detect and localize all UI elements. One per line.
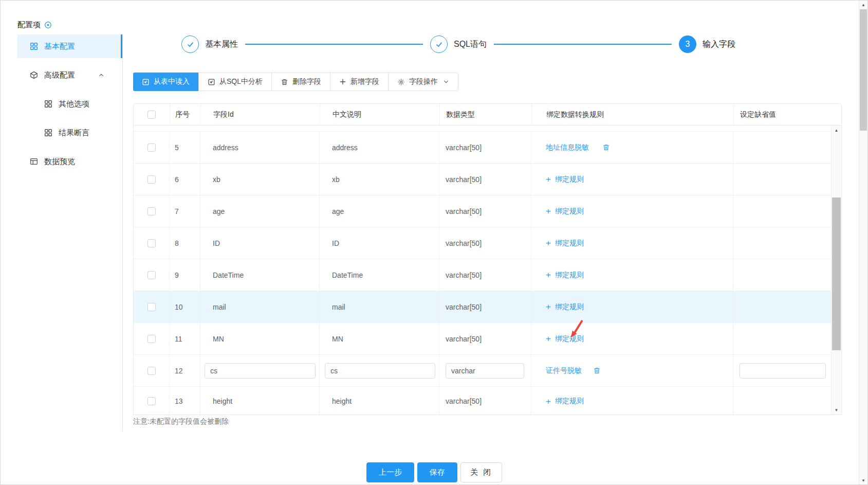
cell-rule: +绑定规则 [531, 291, 733, 322]
add-rule-label: 绑定规则 [555, 207, 584, 216]
add-rule-link[interactable]: +绑定规则 [546, 239, 584, 248]
toolbar-button-0[interactable]: 从表中读入 [133, 73, 199, 91]
default-value-input[interactable] [740, 363, 826, 379]
cell-text: varchar[50] [446, 303, 482, 311]
sidebar-item-2[interactable]: 其他选项 [17, 92, 123, 116]
delete-rule-icon[interactable] [593, 367, 601, 374]
field-id-input[interactable] [205, 363, 316, 379]
add-rule-label: 绑定规则 [555, 397, 584, 406]
stepper-step-1[interactable]: SQL语句 [430, 35, 487, 53]
column-header-label: 绑定数据转换规则 [546, 110, 604, 119]
cell-type: varchar[50] [439, 259, 531, 291]
table-row: 11MNMNvarchar[50]+绑定规则 [134, 323, 831, 355]
plus-icon: + [546, 334, 551, 343]
add-rule-label: 绑定规则 [555, 271, 584, 280]
cell-text: varchar[50] [446, 271, 482, 279]
cell-text: varchar[50] [446, 239, 482, 247]
plus-icon: + [546, 175, 551, 184]
table-scrollbar[interactable]: ▲ ▼ [831, 125, 841, 415]
table-body: 5addressaddressvarchar[50]地址信息脱敏6xbxbvar… [133, 125, 842, 415]
cell-text: xb [332, 175, 340, 184]
row-select-checkbox[interactable] [147, 143, 156, 152]
column-header-label: 中文说明 [333, 110, 361, 119]
sidebar-item-label: 其他选项 [59, 99, 89, 109]
row-select-checkbox[interactable] [147, 335, 156, 343]
close-button[interactable]: 关 闭 [460, 462, 502, 482]
bound-rule-link[interactable]: 地址信息脱敏 [546, 143, 589, 152]
add-rule-link[interactable]: +绑定规则 [546, 302, 584, 312]
cell-text: varchar[50] [446, 397, 482, 405]
sidebar-item-4[interactable]: 数据预览 [17, 150, 123, 173]
previous-step-button[interactable]: 上一步 [366, 462, 414, 482]
cell-default [733, 387, 831, 415]
delete-rule-icon[interactable] [602, 143, 610, 151]
add-rule-label: 绑定规则 [555, 239, 584, 248]
type-input[interactable] [446, 363, 524, 379]
cell-rule: +绑定规则 [531, 164, 733, 195]
column-header-fieldId: 字段Id [200, 104, 320, 125]
column-header-default: 设定缺省值 [733, 104, 841, 125]
cell-field-id: MN [200, 323, 320, 354]
plus-icon: + [546, 271, 551, 279]
table-row: 5addressaddressvarchar[50]地址信息脱敏 [134, 132, 831, 164]
window-scroll-up-icon[interactable]: ▲ [859, 1, 867, 9]
row-select-checkbox[interactable] [147, 239, 156, 247]
add-rule-link[interactable]: +绑定规则 [546, 207, 584, 216]
table-scroll-up-icon[interactable]: ▲ [832, 125, 841, 135]
toolbar-button-2[interactable]: 删除字段 [272, 73, 330, 91]
add-rule-label: 绑定规则 [555, 334, 584, 344]
save-button[interactable]: 保存 [417, 462, 457, 482]
column-header-rule: 绑定数据转换规则 [531, 104, 733, 125]
bound-rule-link[interactable]: 证件号脱敏 [546, 366, 582, 375]
row-select-checkbox[interactable] [147, 397, 156, 405]
row-select-checkbox[interactable] [147, 271, 156, 279]
sidebar-item-0[interactable]: 基本配置 [17, 34, 123, 58]
cell-field-id: DateTime [200, 259, 320, 291]
cell-type: varchar[50] [439, 164, 531, 195]
sidebar-item-3[interactable]: 结果断言 [17, 121, 123, 145]
add-rule-link[interactable]: +绑定规则 [546, 271, 584, 280]
cube-icon [30, 71, 38, 79]
toolbar-button-4[interactable]: 字段操作 [389, 73, 458, 91]
cell-rule: +绑定规则 [531, 227, 733, 259]
toolbar-button-3[interactable]: 新增字段 [330, 73, 389, 91]
sidebar-item-1[interactable]: 高级配置 [17, 63, 123, 87]
cell-checkbox [134, 227, 170, 259]
select-all-checkbox[interactable] [147, 111, 156, 119]
cell-rule: 地址信息脱敏 [531, 132, 733, 163]
grid-icon [44, 100, 52, 108]
cell-type [439, 355, 531, 386]
row-select-checkbox[interactable] [147, 303, 156, 311]
cell-text: ID [332, 239, 339, 247]
row-select-checkbox[interactable] [147, 207, 156, 215]
toolbar-button-1[interactable]: 从SQL中分析 [199, 73, 272, 91]
window-scrollbar[interactable]: ▲ ▼ [859, 1, 867, 484]
footer-actions: 上一步保存关 闭 [366, 462, 502, 482]
cell-no: 11 [170, 323, 200, 354]
cell-no: 9 [170, 259, 200, 291]
window-scroll-down-icon[interactable]: ▼ [859, 476, 867, 484]
table-scroll-down-icon[interactable]: ▼ [832, 405, 841, 415]
cell-text: xb [213, 175, 220, 184]
add-rule-link[interactable]: +绑定规则 [546, 175, 584, 184]
row-select-checkbox[interactable] [147, 175, 156, 184]
table-row: 10mailmailvarchar[50]+绑定规则 [134, 291, 831, 323]
chevron-up-icon[interactable] [98, 72, 104, 78]
row-number: 12 [175, 367, 183, 375]
cell-checkbox [134, 323, 170, 354]
table-scrollbar-thumb[interactable] [832, 197, 841, 350]
desc-input[interactable] [325, 363, 435, 379]
step-connector [494, 44, 672, 45]
add-rule-link[interactable]: +绑定规则 [546, 397, 584, 406]
window-scrollbar-thumb[interactable] [860, 9, 867, 131]
add-rule-link[interactable]: +绑定规则 [546, 334, 584, 344]
cell-checkbox [134, 259, 170, 291]
cell-desc: age [320, 195, 439, 227]
stepper-step-2[interactable]: 3输入字段 [679, 35, 735, 53]
stepper-step-0[interactable]: 基本属性 [181, 35, 238, 53]
table-note: 注意:未配置的字段值会被删除 [133, 417, 229, 426]
step-connector [245, 44, 423, 45]
row-number: 7 [175, 207, 179, 215]
row-select-checkbox[interactable] [147, 367, 156, 375]
column-header-checkbox [134, 104, 170, 125]
